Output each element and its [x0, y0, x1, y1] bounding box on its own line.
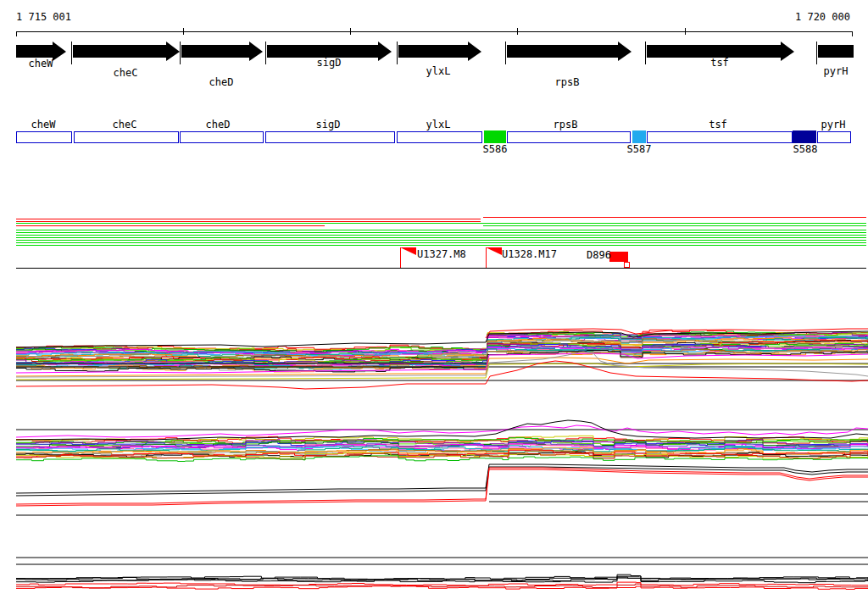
flag-block[interactable]: [609, 252, 628, 262]
gene-box-label-sigD: sigD: [316, 119, 341, 130]
ruler-track: [16, 28, 852, 36]
red-profile-line: [16, 582, 868, 586]
gene-box-sigD[interactable]: [265, 131, 394, 142]
gene-box-cheD[interactable]: [180, 131, 263, 142]
expression-profiles-upper: [16, 329, 868, 389]
gene-box-label-pyrH: pyrH: [821, 119, 846, 130]
gene-box-ylxL[interactable]: [397, 131, 481, 142]
red-stepped-pair-line: [16, 469, 868, 506]
segment-label-S588: S588: [793, 143, 818, 155]
gene-box-pyrH[interactable]: [817, 131, 850, 142]
gene-arrow-label-sigD: sigD: [317, 57, 342, 69]
expression-profiles-lower: [16, 558, 868, 589]
flag-label: U1327.M8: [417, 248, 466, 260]
gene-box-cheC[interactable]: [74, 131, 178, 142]
gene-box-label-cheD: cheD: [206, 119, 231, 130]
gene-arrow-pyrH[interactable]: [818, 45, 854, 58]
gene-box-label-rpsB: rpsB: [554, 119, 578, 130]
flag-track: U1327.M8U1328.M17D896: [400, 247, 629, 268]
gene-arrow-label-cheD: cheD: [209, 76, 234, 88]
gene-box-label-tsf: tsf: [709, 119, 727, 130]
gene-arrow-rpsB[interactable]: [507, 42, 632, 61]
expression-profiles-middle: [16, 420, 868, 515]
flag-label: U1328.M17: [502, 248, 557, 260]
gene-box-cheW[interactable]: [16, 131, 71, 142]
ruler-end-label: 1 720 000: [795, 11, 850, 23]
gene-arrow-track: cheWcheCcheDsigDylxLrpsBtsfpyrH: [16, 42, 854, 88]
black-stepped-pair-line: [16, 464, 868, 493]
flag-sub-square[interactable]: [624, 262, 629, 267]
gene-box-label-ylxL: ylxL: [426, 119, 451, 130]
flag-label: D896: [587, 249, 611, 261]
gene-box-label-cheW: cheW: [31, 119, 57, 130]
gene-box-label-cheC: cheC: [113, 119, 137, 130]
gene-arrow-ylxL[interactable]: [398, 42, 481, 61]
segment-S586[interactable]: [484, 130, 506, 143]
gene-arrow-label-cheW: cheW: [29, 58, 54, 69]
gene-arrow-cheC[interactable]: [73, 42, 180, 61]
expression-plots: [16, 329, 868, 589]
flag-pennant[interactable]: [400, 247, 416, 255]
stripe-track: [16, 217, 866, 268]
gene-box-track: cheWcheCcheDsigDylxLrpsBtsfpyrHS586S587S…: [16, 119, 850, 155]
genome-browser-canvas: 1 715 001 1 720 000 cheWcheCcheDsigDylxL…: [0, 0, 868, 605]
flag-pennant[interactable]: [486, 247, 502, 255]
gene-arrow-label-cheC: cheC: [114, 67, 138, 79]
browser-graphics: 1 715 001 1 720 000 cheWcheCcheDsigDylxL…: [0, 0, 868, 605]
gene-box-rpsB[interactable]: [507, 131, 630, 142]
segment-label-S587: S587: [627, 143, 652, 155]
gene-arrow-label-rpsB: rpsB: [555, 76, 580, 88]
gene-arrow-cheD[interactable]: [181, 42, 263, 61]
red-stepped-pair-line: [16, 468, 868, 504]
segment-label-S586: S586: [483, 143, 508, 155]
gene-arrow-label-pyrH: pyrH: [824, 65, 849, 77]
segment-S587[interactable]: [632, 130, 646, 143]
segment-S588[interactable]: [793, 130, 816, 143]
gene-box-tsf[interactable]: [647, 131, 792, 142]
gene-arrow-label-ylxL: ylxL: [426, 65, 451, 77]
gene-arrow-label-tsf: tsf: [710, 57, 729, 69]
ruler-start-label: 1 715 001: [16, 11, 71, 23]
